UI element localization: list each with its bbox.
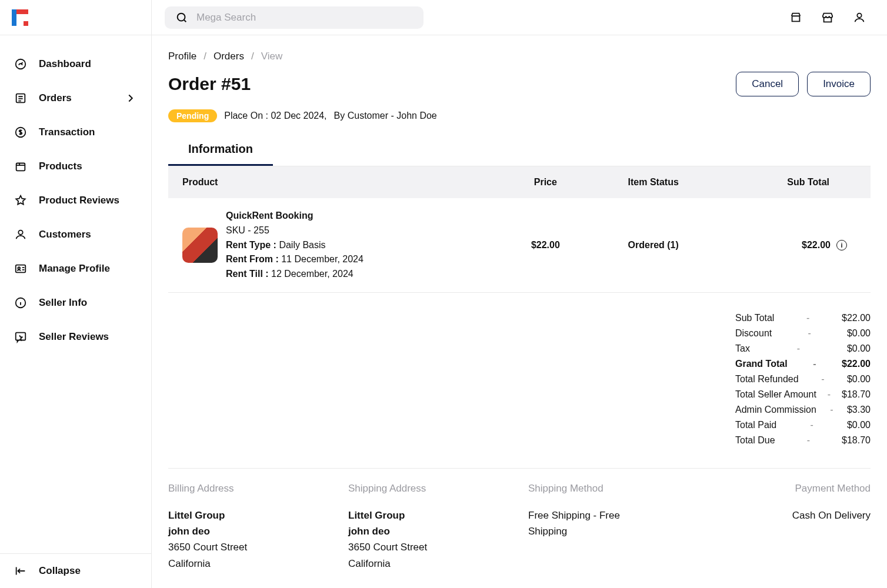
collapse-label: Collapse [39, 565, 81, 577]
sidebar-item-label: Manage Profile [39, 263, 110, 275]
dollar-icon [14, 126, 27, 139]
mega-search[interactable] [165, 6, 424, 29]
sidebar-item-products[interactable]: Products [0, 149, 151, 183]
info-icon [14, 296, 27, 309]
gauge-icon [14, 58, 27, 71]
row-price: $22.00 [500, 198, 591, 292]
sidebar-item-manage-profile[interactable]: Manage Profile [0, 252, 151, 286]
billing-address: Billing Address Littel Group john deo 36… [168, 483, 331, 572]
invoice-button[interactable]: Invoice [807, 72, 871, 96]
breadcrumb-current: View [261, 51, 283, 62]
sidebar-nav: Dashboard Orders Transaction Products Pr… [0, 35, 151, 553]
star-icon [14, 194, 27, 207]
person-icon [14, 228, 27, 241]
sidebar-item-orders[interactable]: Orders [0, 81, 151, 115]
sidebar-item-customers[interactable]: Customers [0, 218, 151, 252]
list-icon [14, 92, 27, 105]
row-status: Ordered (1) [591, 198, 716, 292]
cancel-button[interactable]: Cancel [736, 72, 799, 96]
sidebar-item-label: Product Reviews [39, 195, 119, 206]
th-status: Item Status [591, 166, 716, 198]
app-logo[interactable] [9, 7, 31, 28]
collapse-icon [14, 564, 27, 577]
collapse-sidebar-button[interactable]: Collapse [0, 553, 151, 588]
status-badge: Pending [168, 109, 217, 122]
row-subtotal: $22.00i [716, 198, 871, 292]
sidebar-item-transaction[interactable]: Transaction [0, 115, 151, 149]
sidebar-item-seller-reviews[interactable]: Seller Reviews [0, 320, 151, 354]
product-name: QuickRent Booking [226, 211, 313, 220]
search-icon [175, 11, 188, 24]
sidebar-item-label: Customers [39, 229, 91, 240]
sidebar-item-label: Dashboard [39, 58, 91, 70]
sidebar-item-label: Orders [39, 92, 72, 104]
sidebar-item-label: Transaction [39, 126, 95, 138]
info-icon[interactable]: i [836, 240, 847, 250]
shipping-address: Shipping Address Littel Group john deo 3… [348, 483, 511, 572]
breadcrumb-orders[interactable]: Orders [214, 51, 244, 62]
th-product: Product [168, 166, 500, 198]
search-input[interactable] [196, 12, 413, 24]
chevron-right-icon [124, 92, 137, 105]
review-icon [14, 330, 27, 343]
box-icon [14, 160, 27, 173]
page-title: Order #51 [168, 74, 251, 94]
id-icon [14, 262, 27, 275]
storefront-icon[interactable] [821, 11, 834, 24]
th-subtotal: Sub Total [716, 166, 871, 198]
table-row: QuickRent Booking SKU - 255 Rent Type : … [168, 198, 871, 292]
payment-method: Payment Method Cash On Delivery [708, 483, 871, 572]
totals: Sub Total-$22.00Discount-$0.00Tax-$0.00G… [735, 310, 871, 448]
breadcrumb: Profile / Orders / View [168, 51, 871, 62]
tab-information[interactable]: Information [168, 142, 273, 166]
product-sku: SKU - 255 [226, 223, 364, 238]
store-icon[interactable] [789, 11, 802, 24]
shipping-method: Shipping Method Free Shipping - Free Shi… [528, 483, 691, 572]
sidebar-item-label: Seller Reviews [39, 331, 109, 343]
sidebar-item-label: Products [39, 161, 82, 172]
th-price: Price [500, 166, 591, 198]
account-icon[interactable] [853, 11, 866, 24]
sidebar-item-label: Seller Info [39, 297, 87, 309]
product-thumb [182, 228, 218, 263]
breadcrumb-profile[interactable]: Profile [168, 51, 196, 62]
by-customer: By Customer - John Doe [334, 111, 437, 121]
order-items-table: Product Price Item Status Sub Total Quic… [168, 166, 871, 293]
placed-on: Place On : 02 Dec 2024, [224, 111, 326, 121]
sidebar-item-product-reviews[interactable]: Product Reviews [0, 183, 151, 218]
sidebar-item-dashboard[interactable]: Dashboard [0, 47, 151, 81]
sidebar-item-seller-info[interactable]: Seller Info [0, 286, 151, 320]
